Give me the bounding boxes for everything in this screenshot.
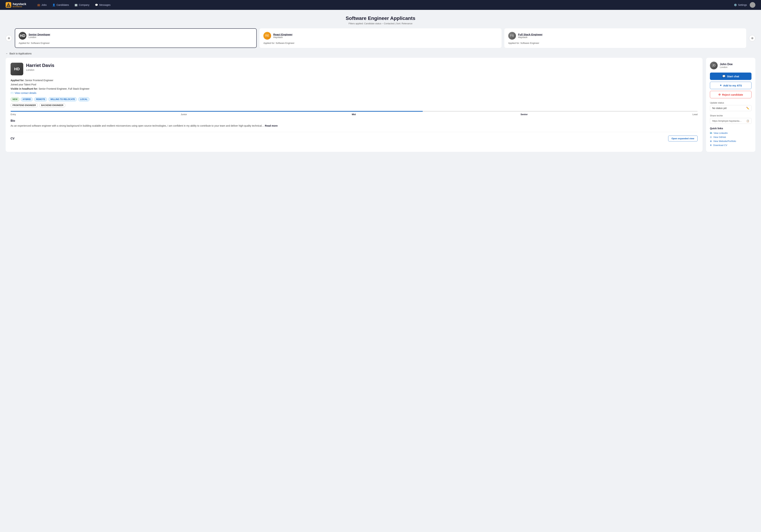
candidate-card-2[interactable]: RE React Engineer Haystack Applied for: … xyxy=(260,28,501,48)
linkedin-icon: in xyxy=(710,132,712,134)
page-subtitle: Filters applied: Candidate status – Cont… xyxy=(4,22,757,25)
bio-text: As an experienced software engineer with… xyxy=(11,124,698,128)
recruiter-header: JD John Doe London xyxy=(710,62,751,69)
gear-icon: ⚙️ xyxy=(734,4,737,6)
level-junior: Junior xyxy=(181,113,187,116)
bio-section: Bio As an experienced software engineer … xyxy=(11,119,698,128)
left-panel: HD Harriet Davis London Applied for: Sen… xyxy=(6,58,703,152)
linkedin-link[interactable]: in View LinkedIn xyxy=(710,132,751,134)
candidate-header: HD Harriet Davis London xyxy=(11,63,698,76)
card-top-1: HD Senior Developer London xyxy=(19,32,253,40)
view-contact-label: View contact details xyxy=(15,91,36,94)
quick-links-label: Quick links xyxy=(710,127,751,130)
nav-messages-label: Messages xyxy=(99,4,110,6)
reject-button[interactable]: ⊖ Reject candidate xyxy=(710,91,751,98)
nav-messages[interactable]: 💬 Messages xyxy=(92,2,113,8)
user-avatar[interactable] xyxy=(750,2,755,8)
card-applied-2: Applied for: Software Engineer xyxy=(263,42,498,44)
recruiter-avatar: JD xyxy=(710,62,718,69)
nav-jobs[interactable]: 💼 Jobs xyxy=(35,2,49,8)
company-icon: 🏢 xyxy=(75,4,78,6)
card-location-1: London xyxy=(29,36,50,38)
haystack-logo-icon xyxy=(6,2,11,8)
start-chat-button[interactable]: 💬 Start chat xyxy=(710,73,751,80)
candidate-location: London xyxy=(26,69,54,71)
tag-frontend: FRONTEND ENGINEER xyxy=(11,103,38,107)
share-url-row: https://employer.haystacka… 📋 xyxy=(710,118,751,124)
main-content: HD Harriet Davis London Applied for: Sen… xyxy=(0,58,761,159)
tag-new: NEW xyxy=(11,97,19,101)
github-link[interactable]: ⊙ View GitHub xyxy=(710,136,751,138)
applied-for-label: Applied for: xyxy=(11,79,25,82)
tags-row: NEW HYBRID REMOTE WILLING TO RELOCATE LO… xyxy=(11,97,698,101)
applied-for-row: Applied for: Senior Frontend Engineer xyxy=(11,79,698,82)
skill-tags-row: FRONTEND ENGINEER BACKEND ENGINEER xyxy=(11,103,698,107)
share-url: https://employer.haystacka… xyxy=(712,120,742,122)
nav-candidates-label: Candidates xyxy=(57,4,69,6)
card-avatar-1: HD xyxy=(19,32,27,40)
edit-icon: ✏️ xyxy=(746,107,749,110)
envelope-icon: ✉️ xyxy=(11,91,14,94)
visible-headhunt-value: Senior Frontend Engineer, Full Stack Eng… xyxy=(38,87,89,90)
ats-icon: ✦ xyxy=(720,84,722,87)
add-ats-label: Add to my ATS xyxy=(723,84,742,87)
nav-candidates[interactable]: 👤 Candidates xyxy=(50,2,72,8)
nav-right: ⚙️ Settings xyxy=(734,2,755,8)
prev-arrow[interactable]: ⊕ xyxy=(6,35,12,41)
card-applied-1: Applied for: Software Engineer xyxy=(19,42,253,44)
chevron-left-icon: ⊕ xyxy=(8,36,10,40)
share-techie-label: Share techie xyxy=(710,114,751,117)
website-link[interactable]: ⊕ View Website/Portfolio xyxy=(710,140,751,142)
visible-headhunt-row: Visible in headhunt for: Senior Frontend… xyxy=(11,87,698,90)
open-expanded-view-button[interactable]: Open expanded view xyxy=(668,135,698,141)
cv-label: CV xyxy=(11,137,15,140)
candidate-card-3[interactable]: FS Full Stack Engineer Haystack Applied … xyxy=(504,28,746,48)
candidate-card-1[interactable]: HD Senior Developer London Applied for: … xyxy=(15,28,257,48)
nav-links: 💼 Jobs 👤 Candidates 🏢 Company 💬 Messages xyxy=(35,2,728,8)
candidates-icon: 👤 xyxy=(52,4,55,6)
cv-row: CV Open expanded view xyxy=(11,132,698,141)
page-title: Software Engineer Applicants xyxy=(4,16,757,21)
card-avatar-3: FS xyxy=(508,32,516,40)
view-contact-link[interactable]: ✉️ View contact details xyxy=(11,91,698,94)
nav-jobs-label: Jobs xyxy=(41,4,47,6)
bio-content: As an experienced software engineer with… xyxy=(11,124,264,127)
add-ats-button[interactable]: ✦ Add to my ATS xyxy=(710,82,751,89)
level-entry: Entry xyxy=(11,113,16,116)
reject-icon: ⊖ xyxy=(718,93,721,96)
start-chat-label: Start chat xyxy=(727,75,739,78)
read-more-button[interactable]: Read more xyxy=(265,124,278,127)
website-icon: ⊕ xyxy=(710,140,712,142)
level-lead: Lead xyxy=(692,113,698,116)
visible-headhunt-label: Visible in headhunt for: xyxy=(11,87,38,90)
card-company-3: Haystack xyxy=(518,36,543,38)
card-company-2: Haystack xyxy=(273,36,292,38)
nav-company[interactable]: 🏢 Company xyxy=(72,2,92,8)
level-bar-section: Entry Junior Mid Senior Lead xyxy=(11,111,698,116)
tag-hybrid: HYBRID xyxy=(21,97,33,101)
download-cv-link[interactable]: ⬇ Download CV xyxy=(710,144,751,146)
status-select[interactable]: No status yet ✏️ xyxy=(710,105,751,111)
settings-link[interactable]: ⚙️ Settings xyxy=(734,4,747,6)
logo-text: haystack xyxy=(13,2,26,6)
card-top-3: FS Full Stack Engineer Haystack xyxy=(508,32,742,40)
back-link[interactable]: ← Back to Applications xyxy=(0,52,761,58)
card-name-1: Senior Developer xyxy=(29,33,50,36)
navbar: haystack BUSINESS 💼 Jobs 👤 Candidates 🏢 … xyxy=(0,0,761,10)
download-cv-label: Download CV xyxy=(713,144,727,146)
download-icon: ⬇ xyxy=(710,144,712,146)
linkedin-label: View LinkedIn xyxy=(713,132,728,134)
chat-icon: 💬 xyxy=(722,75,726,78)
tag-remote: REMOTE xyxy=(34,97,47,101)
page-header: Software Engineer Applicants Filters app… xyxy=(0,10,761,28)
card-name-3: Full Stack Engineer xyxy=(518,33,543,36)
copy-icon[interactable]: 📋 xyxy=(746,120,749,122)
nav-company-label: Company xyxy=(79,4,89,6)
logo[interactable]: haystack BUSINESS xyxy=(6,2,26,8)
level-labels: Entry Junior Mid Senior Lead xyxy=(11,113,698,116)
applied-for-value: Senior Frontend Engineer xyxy=(25,79,53,82)
tag-relocate: WILLING TO RELOCATE xyxy=(48,97,77,101)
next-arrow[interactable]: ⊕ xyxy=(749,35,755,41)
chevron-right-icon: ⊕ xyxy=(751,36,753,40)
arrow-left-icon: ← xyxy=(6,52,8,55)
